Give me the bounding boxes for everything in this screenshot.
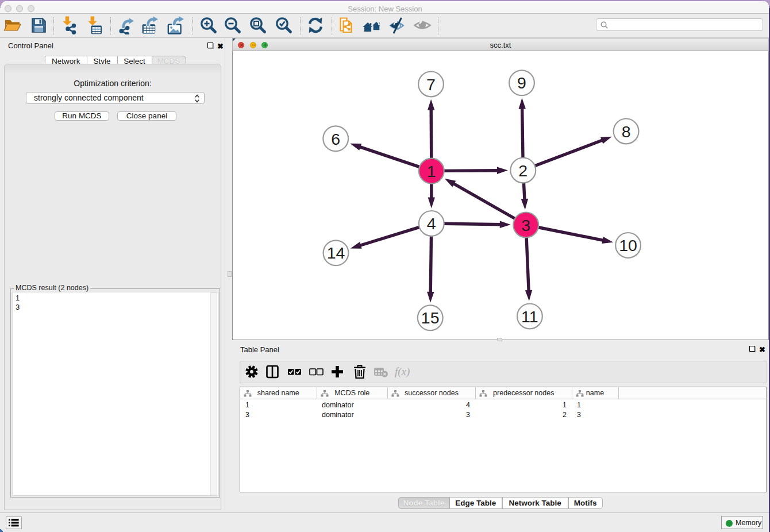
svg-text:11: 11 <box>521 307 538 326</box>
svg-text:15: 15 <box>421 309 440 327</box>
svg-text:1: 1 <box>427 162 436 180</box>
svg-text:3: 3 <box>521 216 530 234</box>
svg-text:9: 9 <box>517 74 526 92</box>
svg-text:14: 14 <box>327 244 345 262</box>
svg-text:4: 4 <box>427 214 436 233</box>
svg-text:f(x): f(x) <box>395 365 410 378</box>
svg-text:2: 2 <box>518 161 528 180</box>
svg-text:6: 6 <box>331 130 340 148</box>
svg-text:7: 7 <box>426 75 436 94</box>
svg-text:10: 10 <box>619 236 637 255</box>
svg-text:8: 8 <box>622 122 631 141</box>
